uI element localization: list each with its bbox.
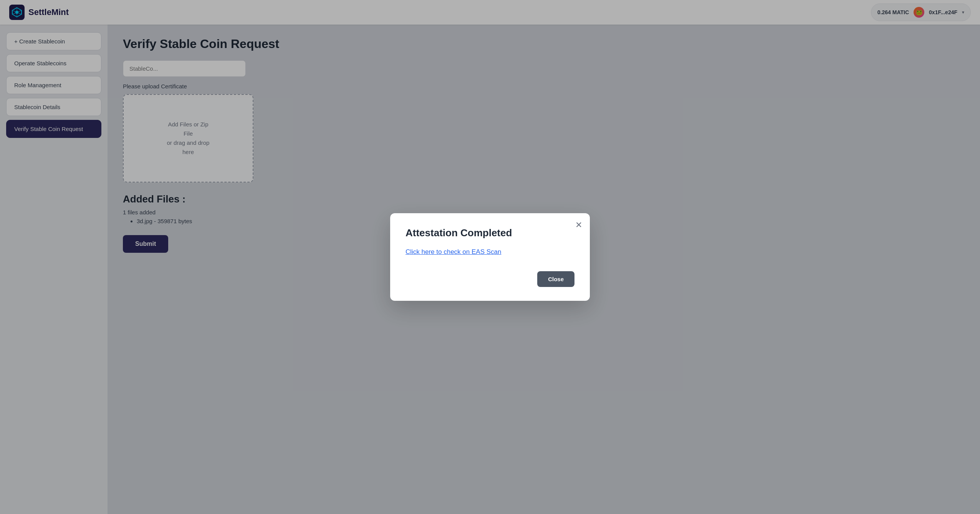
modal-title: Attestation Completed [406,227,574,239]
attestation-modal: Attestation Completed ✕ Click here to ch… [390,213,590,301]
modal-overlay[interactable]: Attestation Completed ✕ Click here to ch… [0,0,980,514]
modal-close-x-button[interactable]: ✕ [575,221,582,229]
modal-close-button[interactable]: Close [537,271,574,287]
eas-scan-link[interactable]: Click here to check on EAS Scan [406,248,574,256]
